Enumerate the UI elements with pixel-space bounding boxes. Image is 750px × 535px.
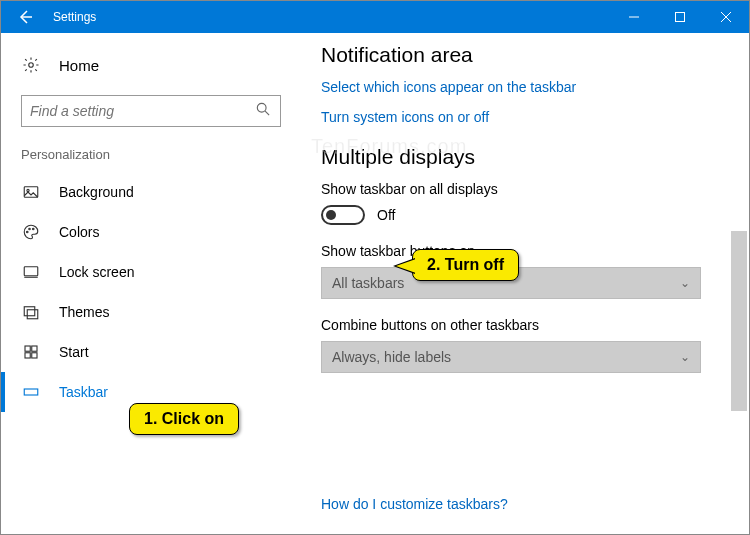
themes-icon (21, 302, 41, 322)
back-button[interactable] (1, 1, 49, 33)
taskbar-icon (21, 382, 41, 402)
sidebar-item-themes[interactable]: Themes (1, 292, 301, 332)
title-bar: Settings (1, 1, 749, 33)
chevron-down-icon: ⌄ (680, 350, 690, 364)
annotation-callout-1: 1. Click on (129, 403, 239, 435)
sidebar-item-lock-screen[interactable]: Lock screen (1, 252, 301, 292)
sidebar-item-label: Start (59, 344, 89, 360)
scrollbar-thumb[interactable] (731, 231, 747, 411)
toggle-show-taskbar[interactable] (321, 205, 365, 225)
sidebar-item-colors[interactable]: Colors (1, 212, 301, 252)
section-header: Personalization (1, 141, 301, 172)
selection-indicator (1, 372, 5, 412)
svg-rect-14 (32, 353, 37, 358)
sidebar-item-start[interactable]: Start (1, 332, 301, 372)
close-button[interactable] (703, 1, 749, 33)
home-button[interactable]: Home (1, 47, 301, 83)
setting-combine-buttons-label: Combine buttons on other taskbars (321, 317, 729, 333)
svg-point-6 (29, 228, 31, 230)
minimize-button[interactable] (611, 1, 657, 33)
svg-rect-13 (25, 353, 30, 358)
svg-point-2 (257, 103, 266, 112)
svg-rect-15 (24, 389, 38, 395)
chevron-down-icon: ⌄ (680, 276, 690, 290)
palette-icon (21, 222, 41, 242)
sidebar-item-background[interactable]: Background (1, 172, 301, 212)
sidebar-item-label: Lock screen (59, 264, 134, 280)
svg-point-7 (33, 228, 35, 230)
link-help-customize[interactable]: How do I customize taskbars? (321, 496, 508, 512)
dropdown-combine-buttons[interactable]: Always, hide labels ⌄ (321, 341, 701, 373)
start-icon (21, 342, 41, 362)
svg-point-1 (29, 63, 34, 68)
heading-multiple-displays: Multiple displays (321, 145, 729, 169)
window-controls (611, 1, 749, 33)
main-panel: Notification area Select which icons app… (301, 33, 749, 534)
window-title: Settings (53, 10, 96, 24)
heading-notification-area: Notification area (321, 43, 729, 67)
sidebar-item-label: Themes (59, 304, 110, 320)
dropdown-value: Always, hide labels (332, 349, 451, 365)
setting-taskbar-buttons-label: Show taskbar buttons on (321, 243, 729, 259)
svg-rect-8 (24, 267, 38, 276)
back-arrow-icon (17, 9, 33, 25)
sidebar-item-label: Background (59, 184, 134, 200)
svg-point-5 (27, 231, 29, 233)
home-label: Home (59, 57, 99, 74)
toggle-state-text: Off (377, 207, 395, 223)
maximize-button[interactable] (657, 1, 703, 33)
svg-rect-12 (32, 346, 37, 351)
svg-rect-0 (676, 13, 685, 22)
search-icon (256, 102, 272, 120)
search-input[interactable] (30, 103, 256, 119)
sidebar: Home Personalization Background Colors L… (1, 33, 301, 534)
picture-icon (21, 182, 41, 202)
annotation-callout-2: 2. Turn off (412, 249, 519, 281)
link-select-icons[interactable]: Select which icons appear on the taskbar (321, 79, 729, 95)
svg-rect-11 (25, 346, 30, 351)
setting-show-taskbar-label: Show taskbar on all displays (321, 181, 729, 197)
gear-icon (21, 55, 41, 75)
sidebar-item-label: Colors (59, 224, 99, 240)
dropdown-value: All taskbars (332, 275, 404, 291)
sidebar-item-label: Taskbar (59, 384, 108, 400)
svg-rect-10 (27, 310, 38, 319)
search-box[interactable] (21, 95, 281, 127)
lock-screen-icon (21, 262, 41, 282)
link-system-icons[interactable]: Turn system icons on or off (321, 109, 729, 125)
svg-rect-9 (24, 307, 35, 316)
